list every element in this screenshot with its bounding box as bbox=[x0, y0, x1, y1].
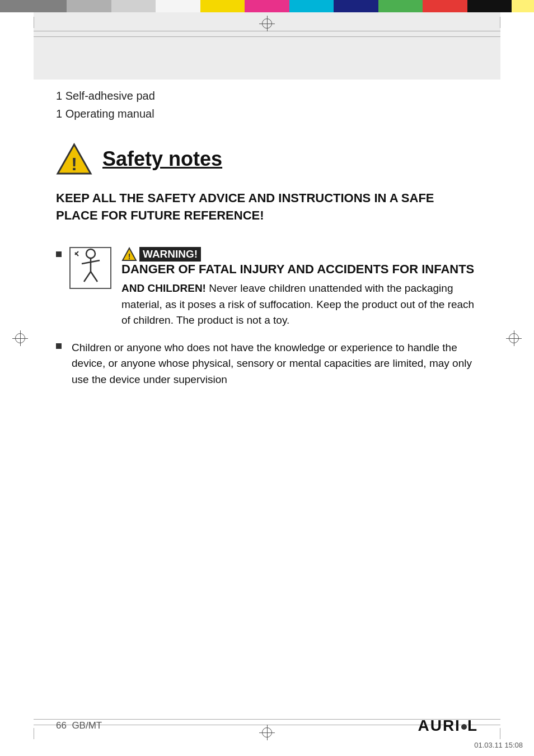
warning-danger-text: DANGER OF FATAL INJURY AND ACCIDENTS FOR… bbox=[121, 262, 474, 278]
brand-dot-icon bbox=[461, 724, 467, 730]
safety-advice-text: KEEP ALL THE SAFETY ADVICE AND INSTRUCTI… bbox=[56, 190, 478, 225]
warning-children-strong: AND CHILDREN! bbox=[121, 282, 206, 294]
warning-item-1: ! WARNING! DANGER OF FATAL INJURY AND AC… bbox=[56, 247, 478, 329]
safety-notes-title: Safety notes bbox=[102, 147, 222, 171]
timestamp: 01.03.11 15:08 bbox=[474, 741, 523, 749]
footer-lang: GB/MT bbox=[72, 720, 102, 731]
bullet-item-2: Children or anyone who does not have the… bbox=[56, 340, 478, 388]
bullet-square-2 bbox=[56, 343, 62, 349]
border-left-top bbox=[34, 17, 34, 28]
border-top-2 bbox=[34, 36, 500, 37]
color-gray1 bbox=[0, 0, 67, 12]
warn-triangle-small-icon: ! bbox=[121, 247, 137, 262]
footer-brand: AURIL bbox=[418, 717, 478, 735]
border-right-bottom bbox=[500, 728, 500, 739]
bullet-square-1 bbox=[56, 251, 62, 257]
safety-notes-header: ! Safety notes bbox=[56, 142, 478, 176]
color-gray3 bbox=[111, 0, 156, 12]
crosshair-right-mid bbox=[506, 330, 522, 346]
color-white bbox=[156, 0, 200, 12]
footer-page-number: 66 bbox=[56, 720, 67, 731]
color-lightyellow bbox=[512, 0, 534, 12]
footer-page-lang: 66 GB/MT bbox=[56, 720, 102, 731]
warning-title-line: ! WARNING! DANGER OF FATAL INJURY AND AC… bbox=[121, 247, 478, 278]
warning-label: WARNING! bbox=[139, 247, 201, 262]
bullet-list: ! WARNING! DANGER OF FATAL INJURY AND AC… bbox=[56, 247, 478, 388]
color-yellow bbox=[200, 0, 245, 12]
item-2: 1 Operating manual bbox=[56, 105, 478, 123]
crosshair-top-center bbox=[259, 16, 275, 31]
border-right-top bbox=[500, 17, 500, 28]
svg-line-6 bbox=[91, 272, 97, 282]
svg-line-5 bbox=[84, 272, 91, 282]
svg-text:!: ! bbox=[71, 154, 77, 174]
border-left-bottom bbox=[34, 728, 34, 739]
warning-text-block: ! WARNING! DANGER OF FATAL INJURY AND AC… bbox=[121, 247, 478, 329]
color-cyan bbox=[289, 0, 334, 12]
warning-triangle-icon: ! bbox=[56, 142, 92, 176]
color-gray2 bbox=[67, 0, 111, 12]
child-icon bbox=[69, 247, 111, 289]
color-black bbox=[467, 0, 512, 12]
footer: 66 GB/MT AURIL bbox=[56, 717, 478, 735]
item-1: 1 Self-adhesive pad bbox=[56, 87, 478, 105]
top-color-bar bbox=[0, 0, 534, 12]
svg-text:!: ! bbox=[128, 252, 131, 261]
warning-body-text: AND CHILDREN! Never leave children unatt… bbox=[121, 281, 478, 329]
child-figure-icon bbox=[74, 248, 107, 287]
svg-point-2 bbox=[86, 249, 95, 258]
bullet-text-2: Children or anyone who does not have the… bbox=[72, 340, 478, 388]
main-content: 1 Self-adhesive pad 1 Operating manual !… bbox=[56, 87, 478, 402]
color-red bbox=[423, 0, 467, 12]
color-green bbox=[378, 0, 423, 12]
items-list: 1 Self-adhesive pad 1 Operating manual bbox=[56, 87, 478, 123]
color-navy bbox=[334, 0, 378, 12]
color-pink bbox=[245, 0, 289, 12]
crosshair-left-mid bbox=[12, 330, 28, 346]
